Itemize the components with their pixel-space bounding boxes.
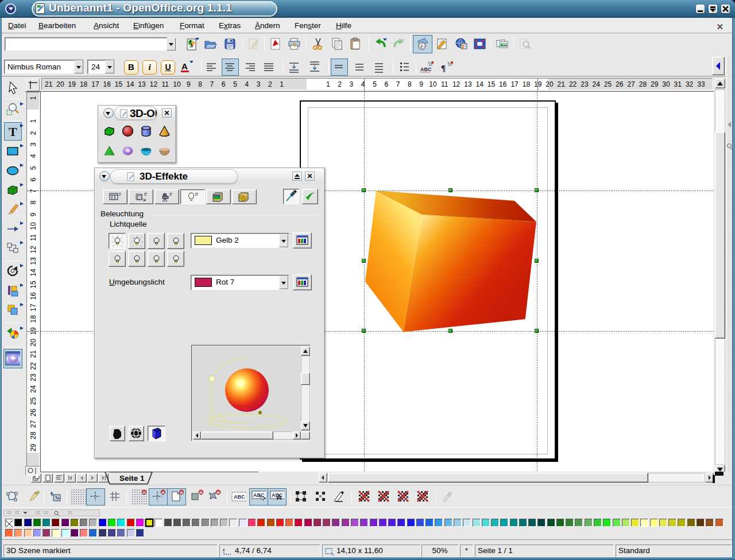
svg-text:ABC: ABC — [420, 67, 432, 72]
svg-text:ABC: ABC — [234, 494, 245, 500]
svg-text:T: T — [9, 125, 17, 139]
svg-text:A: A — [181, 61, 188, 71]
svg-text:Seite 1: Seite 1 — [119, 474, 145, 483]
svg-text:¶: ¶ — [441, 64, 446, 73]
